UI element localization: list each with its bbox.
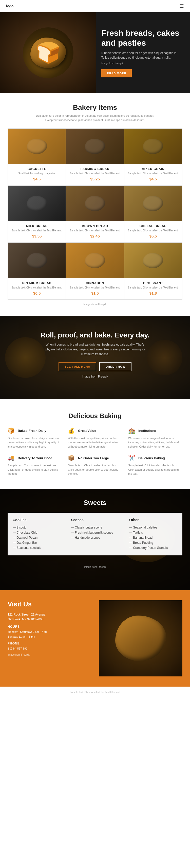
sweets-grid: Cookies BiscottiChocolate ChipOatmeal Pe… bbox=[8, 513, 182, 555]
hamburger-icon[interactable]: ☰ bbox=[179, 3, 184, 9]
item-description: Sample text. Click to select the Text El… bbox=[125, 286, 181, 289]
list-item: Tartlets bbox=[129, 530, 177, 535]
footer: Sample text. Click to select the Text El… bbox=[0, 687, 190, 698]
list-item: Handmade scones bbox=[71, 535, 119, 540]
feature-card: 🚚 Delivery To Your Door Sample text. Cli… bbox=[8, 455, 62, 476]
hero-content: Fresh breads, cakes and pasties Nibh ven… bbox=[96, 21, 190, 85]
sweets-col-title: Scones bbox=[71, 518, 119, 522]
list-item: Chocolate Chip bbox=[13, 530, 61, 535]
item-name: BAGUETTE bbox=[28, 167, 46, 171]
see-full-menu-button[interactable]: SEE FULL MENU bbox=[59, 362, 96, 371]
hours-line: Sunday: 11 am - 5 pm bbox=[8, 634, 91, 639]
bakery-item-card[interactable]: FARMING BREAD Sample text. Click to sele… bbox=[66, 128, 124, 185]
list-item: Seasonal galettes bbox=[129, 525, 177, 530]
item-price: $4.5 bbox=[149, 177, 157, 181]
item-description: Sample text. Click to select the Text El… bbox=[9, 286, 65, 289]
bakery-items-subtitle: Duis aute irure dolor in reprehenderit i… bbox=[32, 114, 158, 122]
item-description: Sample text. Click to select the Text El… bbox=[9, 229, 65, 232]
item-name: CROISSANT bbox=[143, 281, 163, 285]
sweets-col-title: Cookies bbox=[13, 518, 61, 522]
list-item: Classic butter scone bbox=[71, 525, 119, 530]
bakery-items-title: Bakery Items bbox=[8, 103, 182, 112]
visit-us-address: 121 Rock Street, 21 Avenue, New York, NY… bbox=[8, 612, 91, 622]
visit-us-section: Visit Us 121 Rock Street, 21 Avenue, New… bbox=[0, 590, 190, 687]
bakery-items-section: Bakery Items Duis aute irure dolor in re… bbox=[0, 93, 190, 316]
bakery-item-card[interactable]: CROISSANT Sample text. Click to select t… bbox=[124, 243, 182, 300]
item-image bbox=[124, 243, 182, 278]
item-description: Sample text. Click to select the Text El… bbox=[125, 229, 181, 232]
item-name: MILK BREAD bbox=[26, 224, 48, 228]
logo: logo bbox=[6, 4, 14, 8]
footer-text: Sample text. Click to select the Text El… bbox=[8, 691, 182, 694]
feature-description: Sample text. Click to select the text bo… bbox=[8, 463, 62, 476]
feature-icon: 💰 bbox=[68, 428, 75, 434]
feature-description: Sample text. Click to select the text bo… bbox=[68, 463, 122, 476]
list-item: Banana Bread bbox=[129, 535, 177, 540]
banner-section: Roll, proof, and bake. Every day. When i… bbox=[0, 316, 190, 399]
feature-title: Delicious Baking bbox=[138, 456, 165, 460]
visit-credit: Image from Freepik bbox=[8, 653, 91, 656]
hours-content: Monday - Saturday: 9 am - 7 pmSunday: 11… bbox=[8, 629, 91, 639]
feature-description: With the most competitive prices on the … bbox=[68, 436, 122, 449]
item-price: $3.55 bbox=[32, 234, 42, 238]
item-price: $5.5 bbox=[149, 234, 157, 238]
sweets-column: Other Seasonal galettesTartletsBanana Br… bbox=[124, 513, 182, 555]
hero-section: Fresh breads, cakes and pasties Nibh ven… bbox=[0, 12, 190, 93]
list-item: Oat Ginger Bar bbox=[13, 540, 61, 545]
item-price: $2.45 bbox=[90, 234, 100, 238]
navigation: logo ☰ bbox=[0, 0, 190, 12]
feature-title: No Order Too Large bbox=[78, 456, 109, 460]
item-name: CHEESE BREAD bbox=[140, 224, 167, 228]
item-name: PREMIUM BREAD bbox=[22, 281, 52, 285]
bakery-item-card[interactable]: BROWN BREAD Sample text. Click to select… bbox=[66, 185, 124, 243]
sweets-column: Cookies BiscottiChocolate ChipOatmeal Pe… bbox=[8, 513, 66, 555]
feature-title: Delivery To Your Door bbox=[18, 456, 52, 460]
feature-description: Sample text. Click to select the text bo… bbox=[128, 463, 182, 476]
banner-credit: Image from Freepik bbox=[82, 374, 108, 379]
item-price: $4.5 bbox=[33, 177, 41, 181]
hero-image-credit: Image from Freepik bbox=[101, 61, 182, 65]
item-description: Sample text. Click to select the Text El… bbox=[67, 172, 123, 175]
bakery-item-card[interactable]: CINNABON Sample text. Click to select th… bbox=[66, 243, 124, 300]
list-item: Bread Pudding bbox=[129, 540, 177, 545]
items-credit: Images from Freepik bbox=[8, 303, 182, 306]
bakery-item-card[interactable]: PREMIUM BREAD Sample text. Click to sele… bbox=[8, 243, 66, 300]
banner-description: When it comes to bread and sandwiches, f… bbox=[44, 342, 146, 357]
sweets-col-title: Other bbox=[129, 518, 177, 522]
order-now-button[interactable]: ORDER NOW bbox=[99, 362, 131, 371]
hours-line: Monday - Saturday: 9 am - 7 pm bbox=[8, 629, 91, 634]
features-grid: 🍞 Baked Fresh Daily Our bread is baked f… bbox=[8, 428, 182, 476]
item-name: BROWN BREAD bbox=[82, 224, 108, 228]
hero-description: Nibh venenatis cras sed felis eget with … bbox=[101, 51, 182, 60]
feature-icon: 🚚 bbox=[8, 455, 15, 461]
sweets-content: Sweets Cookies BiscottiChocolate ChipOat… bbox=[0, 489, 190, 565]
item-name: MIXED GRAIN bbox=[142, 167, 165, 171]
list-item: Oatmeal Pecan bbox=[13, 535, 61, 540]
phone-number: 1 (234) 567-891 bbox=[8, 646, 91, 651]
feature-card: ✂️ Delicious Baking Sample text. Click t… bbox=[128, 455, 182, 476]
feature-title: Great Value bbox=[78, 429, 96, 433]
bakery-item-card[interactable]: CHEESE BREAD Sample text. Click to selec… bbox=[124, 185, 182, 243]
item-price: $5.25 bbox=[90, 177, 100, 181]
delicious-baking-title: Delicious Baking bbox=[8, 412, 182, 420]
feature-icon: ✂️ bbox=[128, 455, 136, 461]
item-price: $1.8 bbox=[149, 291, 157, 295]
sweets-list: BiscottiChocolate ChipOatmeal PecanOat G… bbox=[13, 525, 61, 550]
visit-us-image bbox=[99, 600, 182, 676]
item-price: $6.5 bbox=[33, 291, 41, 295]
hero-title: Fresh breads, cakes and pasties bbox=[101, 28, 182, 48]
bakery-item-card[interactable]: BAGUETTE Small-batch sourdough baguette.… bbox=[8, 128, 66, 185]
feature-icon: 🏫 bbox=[128, 428, 136, 434]
bakery-item-card[interactable]: MIXED GRAIN Sample text. Click to select… bbox=[124, 128, 182, 185]
item-image bbox=[8, 186, 66, 221]
bakery-item-card[interactable]: MILK BREAD Sample text. Click to select … bbox=[8, 185, 66, 243]
item-image bbox=[66, 129, 124, 164]
feature-description: We serve a wide range of institutions in… bbox=[128, 436, 182, 449]
read-more-button[interactable]: READ MORE bbox=[101, 69, 132, 78]
list-item: Cranberry Pecan Granola bbox=[129, 545, 177, 550]
item-description: Small-batch sourdough baguette. bbox=[15, 172, 59, 175]
feature-icon: 🍞 bbox=[8, 428, 15, 434]
item-image bbox=[8, 243, 66, 278]
list-item: Biscotti bbox=[13, 525, 61, 530]
feature-description: Our bread is baked fresh daily, contains… bbox=[8, 436, 62, 449]
